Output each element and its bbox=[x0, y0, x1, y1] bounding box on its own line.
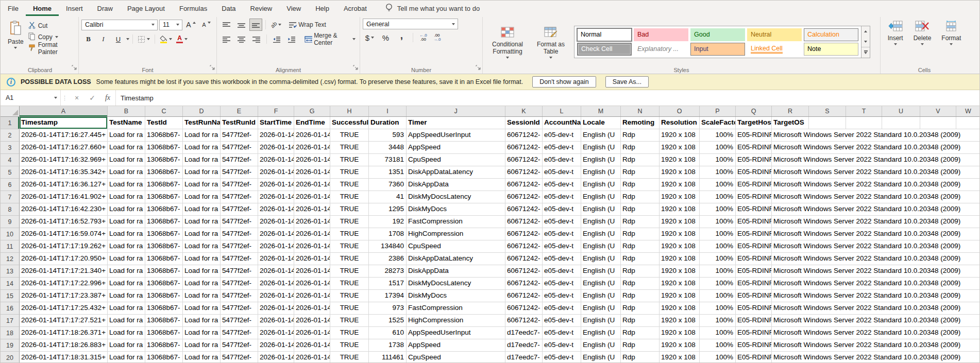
cell-F17[interactable]: 2026-01-14 bbox=[258, 315, 294, 327]
comma-style-button[interactable]: , bbox=[395, 31, 409, 44]
tab-review[interactable]: Review bbox=[243, 1, 280, 16]
cell-A6[interactable]: 2026-01-14T17:16:36.127+ bbox=[20, 179, 108, 191]
cell-E17[interactable]: 5477f2ef- bbox=[221, 315, 258, 327]
cell-Q18[interactable]: E05-RDINF bbox=[736, 327, 772, 339]
cell-A7[interactable]: 2026-01-14T17:16:41.902+ bbox=[20, 191, 108, 203]
cell-D12[interactable]: Load for ra bbox=[183, 253, 221, 265]
cell-M7[interactable]: English (U bbox=[581, 191, 621, 203]
cell-O17[interactable]: 1920 x 108 bbox=[660, 315, 700, 327]
cell-F3[interactable]: 2026-01-14 bbox=[258, 142, 294, 154]
style-check-cell[interactable]: Check Cell bbox=[577, 43, 632, 56]
cell-I19[interactable]: 1738 bbox=[369, 339, 407, 352]
cut-button[interactable]: Cut bbox=[27, 20, 76, 31]
cell-K17[interactable]: 60671242- bbox=[505, 315, 543, 327]
cell-K14[interactable]: 60671242- bbox=[505, 278, 543, 290]
cell-B14[interactable]: Load for ra bbox=[108, 278, 145, 290]
row-header-16[interactable]: 16 bbox=[1, 302, 20, 315]
cell-L14[interactable]: e05-dev-t bbox=[543, 278, 581, 290]
cell-P17[interactable]: 100% bbox=[700, 315, 736, 327]
cell-E10[interactable]: 5477f2ef- bbox=[221, 228, 258, 240]
column-header-G[interactable]: G bbox=[294, 106, 330, 116]
tab-insert[interactable]: Insert bbox=[59, 1, 90, 16]
bold-button[interactable]: B bbox=[81, 33, 95, 45]
cell-N4[interactable]: Rdp bbox=[621, 154, 660, 166]
cell-C10[interactable]: 13068b67- bbox=[145, 228, 183, 240]
cell-K7[interactable]: 60671242- bbox=[505, 191, 543, 203]
cell-G8[interactable]: 2026-01-14 bbox=[294, 203, 330, 216]
cell-C12[interactable]: 13068b67- bbox=[145, 253, 183, 265]
column-header-A[interactable]: A bbox=[20, 106, 108, 116]
cell-G11[interactable]: 2026-01-14 bbox=[294, 240, 330, 253]
column-header-J[interactable]: J bbox=[407, 106, 505, 116]
cell-M19[interactable]: English (U bbox=[581, 339, 621, 352]
cell-E8[interactable]: 5477f2ef- bbox=[221, 203, 258, 216]
cell-L6[interactable]: e05-dev-t bbox=[543, 179, 581, 191]
cell-B20[interactable]: Load for ra bbox=[108, 352, 145, 363]
cell-F9[interactable]: 2026-01-14 bbox=[258, 216, 294, 228]
cell-J7[interactable]: DiskMyDocsLatency bbox=[407, 191, 505, 203]
cell-R12[interactable]: Microsoft Windows Server 2022 Standard 1… bbox=[772, 253, 979, 265]
cell-E18[interactable]: 5477f2ef- bbox=[221, 327, 258, 339]
cell-J4[interactable]: CpuSpeed bbox=[407, 154, 505, 166]
cell-A4[interactable]: 2026-01-14T17:16:32.969+ bbox=[20, 154, 108, 166]
cell-G9[interactable]: 2026-01-14 bbox=[294, 216, 330, 228]
cell-C11[interactable]: 13068b67- bbox=[145, 240, 183, 253]
cell-Q2[interactable]: E05-RDINF bbox=[736, 129, 772, 142]
cell-L17[interactable]: e05-dev-t bbox=[543, 315, 581, 327]
cell-P18[interactable]: 100% bbox=[700, 327, 736, 339]
cell-H19[interactable]: TRUE bbox=[330, 339, 369, 352]
cell-M2[interactable]: English (U bbox=[581, 129, 621, 142]
style-calculation[interactable]: Calculation bbox=[804, 28, 858, 41]
cell-D10[interactable]: Load for ra bbox=[183, 228, 221, 240]
cell-C3[interactable]: 13068b67- bbox=[145, 142, 183, 154]
cell-B4[interactable]: Load for ra bbox=[108, 154, 145, 166]
cell-Q14[interactable]: E05-RDINF bbox=[736, 278, 772, 290]
cell-M14[interactable]: English (U bbox=[581, 278, 621, 290]
cell-L19[interactable]: e05-dev-t bbox=[543, 339, 581, 352]
cell-J14[interactable]: DiskMyDocsLatency bbox=[407, 278, 505, 290]
cell-A12[interactable]: 2026-01-14T17:17:20.950+ bbox=[20, 253, 108, 265]
cell-N15[interactable]: Rdp bbox=[621, 290, 660, 302]
cell-G20[interactable]: 2026-01-14 bbox=[294, 352, 330, 363]
cell-D14[interactable]: Load for ra bbox=[183, 278, 221, 290]
cell-P4[interactable]: 100% bbox=[700, 154, 736, 166]
cell-G19[interactable]: 2026-01-14 bbox=[294, 339, 330, 352]
cell-O8[interactable]: 1920 x 108 bbox=[660, 203, 700, 216]
cell-I5[interactable]: 1351 bbox=[369, 166, 407, 179]
cell-P20[interactable]: 100% bbox=[700, 352, 736, 363]
column-header-M[interactable]: M bbox=[581, 106, 621, 116]
cell-Q11[interactable]: E05-RDINF bbox=[736, 240, 772, 253]
cell-Q15[interactable]: E05-RDINF bbox=[736, 290, 772, 302]
cell-K1[interactable]: SessionId bbox=[505, 117, 543, 129]
cell-F11[interactable]: 2026-01-14 bbox=[258, 240, 294, 253]
cell-D19[interactable]: Load for ra bbox=[183, 339, 221, 352]
cell-N6[interactable]: Rdp bbox=[621, 179, 660, 191]
cell-C1[interactable]: TestId bbox=[145, 117, 183, 129]
cell-H7[interactable]: TRUE bbox=[330, 191, 369, 203]
column-header-W[interactable]: W bbox=[956, 106, 979, 116]
cell-M11[interactable]: English (U bbox=[581, 240, 621, 253]
cell-B1[interactable]: TestName bbox=[108, 117, 145, 129]
cell-I9[interactable]: 192 bbox=[369, 216, 407, 228]
tab-view[interactable]: View bbox=[279, 1, 308, 16]
cell-D2[interactable]: Load for ra bbox=[183, 129, 221, 142]
cell-D13[interactable]: Load for ra bbox=[183, 265, 221, 278]
cell-H15[interactable]: TRUE bbox=[330, 290, 369, 302]
cell-R10[interactable]: Microsoft Windows Server 2022 Standard 1… bbox=[772, 228, 979, 240]
cell-Q10[interactable]: E05-RDINF bbox=[736, 228, 772, 240]
cell-K4[interactable]: 60671242- bbox=[505, 154, 543, 166]
cell-Q12[interactable]: E05-RDINF bbox=[736, 253, 772, 265]
column-header-B[interactable]: B bbox=[108, 106, 145, 116]
cell-C9[interactable]: 13068b67- bbox=[145, 216, 183, 228]
font-color-button[interactable]: A bbox=[175, 33, 189, 45]
cell-B6[interactable]: Load for ra bbox=[108, 179, 145, 191]
cell-L10[interactable]: e05-dev-t bbox=[543, 228, 581, 240]
underline-button[interactable]: U bbox=[111, 33, 125, 45]
cell-R18[interactable]: Microsoft Windows Server 2022 Standard 1… bbox=[772, 327, 979, 339]
cell-O18[interactable]: 1920 x 108 bbox=[660, 327, 700, 339]
cell-L2[interactable]: e05-dev-t bbox=[543, 129, 581, 142]
cell-N19[interactable]: Rdp bbox=[621, 339, 660, 352]
style-explanatory-[interactable]: Explanatory ... bbox=[634, 43, 688, 56]
cell-O12[interactable]: 1920 x 108 bbox=[660, 253, 700, 265]
cell-I12[interactable]: 2386 bbox=[369, 253, 407, 265]
